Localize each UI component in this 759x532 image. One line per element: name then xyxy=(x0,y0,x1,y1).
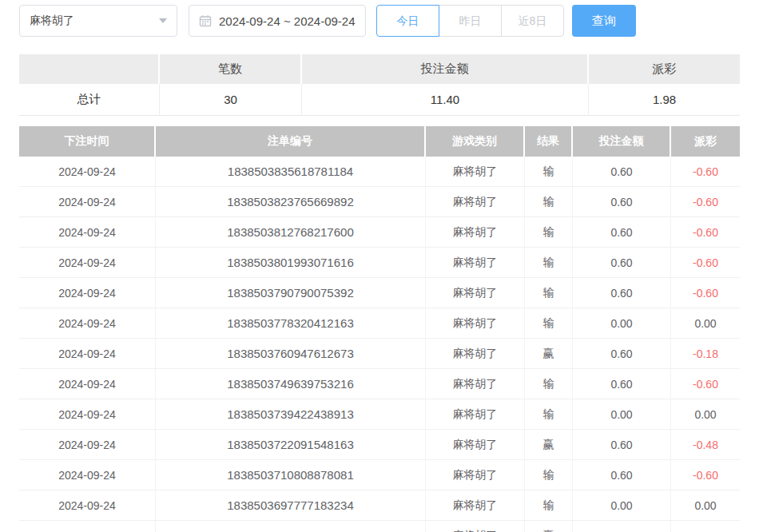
cell-result: 输 xyxy=(525,157,573,187)
cell-bet-amount: 0.60 xyxy=(573,157,671,187)
table-row: 2024-09-241838503722091548163麻将胡了赢0.60-0… xyxy=(19,430,740,460)
table-row: 2024-09-241838503749639753216麻将胡了输0.60-0… xyxy=(19,369,740,399)
cell-payout xyxy=(671,521,740,532)
cell-bet-time: 2024-09-24 xyxy=(19,278,156,308)
cell-bet-time: 2024-09-24 xyxy=(19,339,156,369)
cell-bet-id: 1838503812768217600 xyxy=(156,217,426,248)
cell-game-type: 麻将胡了 xyxy=(426,339,525,369)
chevron-down-icon xyxy=(159,18,167,23)
table-row: 2024-09-241838503823765669892麻将胡了输0.60-0… xyxy=(19,187,740,217)
cell-payout: -0.60 xyxy=(671,460,740,490)
cell-bet-id: 1838503801993071616 xyxy=(156,248,426,278)
cell-payout: -0.60 xyxy=(671,187,740,217)
cell-bet-id xyxy=(156,521,426,532)
cell-result: 输 xyxy=(525,490,573,521)
cell-result: 赢 xyxy=(525,339,573,369)
date-range-value: 2024-09-24 ~ 2024-09-24 xyxy=(219,14,356,28)
cell-result: 赢 xyxy=(525,430,573,460)
cell-result: 输 xyxy=(525,278,573,308)
cell-game-type: 麻将胡了 xyxy=(426,248,525,278)
table-row: 2024-09-241838503710808878081麻将胡了输0.60-0… xyxy=(19,460,740,490)
cell-bet-id: 1838503697777183234 xyxy=(156,490,426,521)
table-row: 2024-09-241838503760947612673麻将胡了赢0.60-0… xyxy=(19,339,740,369)
cell-payout: -0.60 xyxy=(671,217,740,248)
cell-bet-amount: 0.60 xyxy=(573,217,671,248)
filter-toolbar: 麻将胡了 2024-09-24 ~ 2024-09-24 xyxy=(19,5,740,37)
cell-bet-time xyxy=(19,521,156,532)
summary-total-label: 总计 xyxy=(19,84,160,116)
betting-records-page: 麻将胡了 2024-09-24 ~ 2024-09-24 xyxy=(0,0,759,532)
cell-bet-id: 1838503790790075392 xyxy=(156,278,426,308)
game-select[interactable]: 麻将胡了 xyxy=(19,5,177,37)
date-range-picker[interactable]: 2024-09-24 ~ 2024-09-24 xyxy=(189,5,366,37)
cell-payout: -0.60 xyxy=(671,369,740,399)
table-row: 2024-09-241838503790790075392麻将胡了输0.60-0… xyxy=(19,278,740,308)
col-header-bet-id: 注单编号 xyxy=(156,126,426,157)
cell-bet-time: 2024-09-24 xyxy=(19,430,156,460)
cell-payout: -0.48 xyxy=(671,430,740,460)
quick-range-yesterday[interactable]: 昨日 xyxy=(439,5,502,37)
cell-result: 输 xyxy=(525,369,573,399)
cell-game-type: 麻将胡了 xyxy=(426,430,525,460)
table-row: 2024-09-241838503801993071616麻将胡了输0.60-0… xyxy=(19,248,740,278)
cell-bet-time: 2024-09-24 xyxy=(19,157,156,187)
cell-game-type: 麻将胡了 xyxy=(426,490,525,521)
cell-bet-id: 1838503835618781184 xyxy=(156,157,426,187)
quick-range-last8days[interactable]: 近8日 xyxy=(501,5,564,37)
cell-result: 输 xyxy=(525,460,573,490)
cell-game-type: 麻将胡了 xyxy=(426,521,525,532)
table-row: 2024-09-241838503835618781184麻将胡了输0.60-0… xyxy=(19,157,740,187)
summary-header-row: 笔数 投注金额 派彩 xyxy=(19,54,740,84)
summary-header-count: 笔数 xyxy=(160,54,302,84)
cell-game-type: 麻将胡了 xyxy=(426,157,525,187)
quick-range-group: 今日 昨日 近8日 xyxy=(376,5,564,37)
cell-bet-id: 1838503739422438913 xyxy=(156,399,426,430)
table-row: 2024-09-241838503812768217600麻将胡了输0.60-0… xyxy=(19,217,740,248)
cell-bet-id: 1838503710808878081 xyxy=(156,460,426,490)
cell-bet-time: 2024-09-24 xyxy=(19,399,156,430)
records-header-row: 下注时间 注单编号 游戏类别 结果 投注金额 派彩 xyxy=(19,126,740,157)
cell-bet-amount: 0.60 xyxy=(573,187,671,217)
cell-payout: -0.60 xyxy=(671,248,740,278)
cell-payout: 0.00 xyxy=(671,399,740,430)
cell-result: 输 xyxy=(525,308,573,339)
quick-range-today[interactable]: 今日 xyxy=(376,5,439,37)
summary-table: 笔数 投注金额 派彩 总计 30 11.40 1.98 xyxy=(19,54,740,116)
cell-game-type: 麻将胡了 xyxy=(426,369,525,399)
summary-header-bet-amount: 投注金额 xyxy=(302,54,589,84)
cell-bet-amount: 0.60 xyxy=(573,339,671,369)
cell-game-type: 麻将胡了 xyxy=(426,187,525,217)
cell-bet-amount: 0.60 xyxy=(573,278,671,308)
table-row: 2024-09-241838503697777183234麻将胡了输0.000.… xyxy=(19,490,740,521)
summary-total-count: 30 xyxy=(160,84,302,116)
cell-payout: -0.60 xyxy=(671,278,740,308)
query-button[interactable]: 查询 xyxy=(572,5,636,37)
cell-result: 输 xyxy=(525,248,573,278)
cell-bet-id: 1838503749639753216 xyxy=(156,369,426,399)
summary-total-payout: 1.98 xyxy=(589,84,740,116)
summary-header-payout: 派彩 xyxy=(589,54,740,84)
cell-result: 输 xyxy=(525,187,573,217)
cell-bet-id: 1838503760947612673 xyxy=(156,339,426,369)
cell-result: 输 xyxy=(525,399,573,430)
summary-total-row: 总计 30 11.40 1.98 xyxy=(19,84,740,116)
cell-bet-id: 1838503778320412163 xyxy=(156,308,426,339)
cell-bet-id: 1838503823765669892 xyxy=(156,187,426,217)
cell-game-type: 麻将胡了 xyxy=(426,278,525,308)
col-header-bet-time: 下注时间 xyxy=(19,126,156,157)
calendar-icon xyxy=(199,14,212,27)
cell-bet-time: 2024-09-24 xyxy=(19,490,156,521)
table-row: 2024-09-241838503778320412163麻将胡了输0.000.… xyxy=(19,308,740,339)
game-select-value: 麻将胡了 xyxy=(30,14,74,28)
cell-bet-time: 2024-09-24 xyxy=(19,187,156,217)
cell-bet-time: 2024-09-24 xyxy=(19,248,156,278)
cell-result: 赢 xyxy=(525,521,573,532)
summary-header-blank xyxy=(19,54,160,84)
cell-game-type: 麻将胡了 xyxy=(426,308,525,339)
cell-bet-time: 2024-09-24 xyxy=(19,460,156,490)
col-header-game-type: 游戏类别 xyxy=(426,126,525,157)
cell-payout: 0.00 xyxy=(671,490,740,521)
records-table: 下注时间 注单编号 游戏类别 结果 投注金额 派彩 2024-09-241838… xyxy=(19,126,740,532)
cell-payout: -0.18 xyxy=(671,339,740,369)
cell-bet-time: 2024-09-24 xyxy=(19,308,156,339)
